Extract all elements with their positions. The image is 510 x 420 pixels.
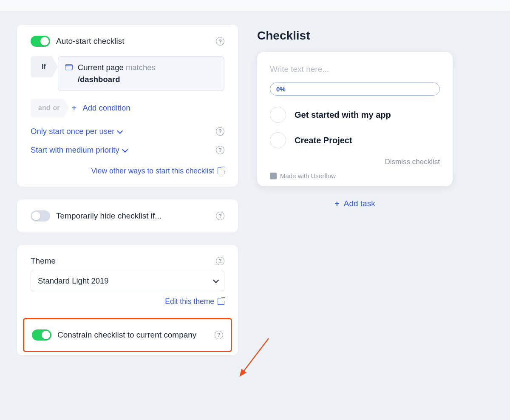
autostart-card: Auto-start checklist ? If Current page m… — [17, 25, 238, 187]
help-icon[interactable]: ? — [215, 331, 223, 339]
once-per-user-dropdown[interactable]: Only start once per user — [31, 127, 216, 136]
constrain-highlight: Constrain checklist to current company ? — [23, 318, 232, 352]
edit-theme-link[interactable]: Edit this theme — [31, 297, 224, 306]
condition-box[interactable]: Current page matches /dashboard — [58, 56, 224, 91]
autostart-toggle[interactable] — [31, 36, 50, 47]
task-label: Get started with my app — [295, 110, 391, 120]
autostart-label: Auto-start checklist — [56, 37, 210, 46]
if-tag: If — [31, 56, 52, 77]
hide-label: Temporarily hide checklist if... — [56, 211, 210, 221]
plus-icon: + — [70, 104, 78, 112]
hide-card: Temporarily hide checklist if... ? — [17, 199, 238, 233]
help-icon[interactable]: ? — [216, 37, 224, 45]
chevron-down-icon — [122, 146, 128, 152]
other-ways-link[interactable]: View other ways to start this checklist — [31, 167, 224, 176]
add-task-button[interactable]: + Add task — [257, 199, 453, 208]
made-with-label: Made with Userflow — [270, 172, 440, 179]
chevron-down-icon — [117, 128, 123, 133]
theme-card: Theme ? Standard Light 2019 Edit this th… — [17, 245, 238, 355]
task-checkbox[interactable] — [270, 107, 286, 123]
theme-select[interactable]: Standard Light 2019 — [31, 271, 224, 291]
add-condition-button[interactable]: + Add condition — [70, 103, 130, 113]
constrain-label: Constrain checklist to current company — [57, 330, 209, 340]
external-link-icon — [218, 298, 224, 305]
constrain-toggle[interactable] — [32, 329, 51, 341]
top-bar — [0, 0, 510, 12]
andor-tag[interactable]: and or — [31, 99, 64, 117]
priority-dropdown[interactable]: Start with medium priority — [31, 145, 216, 155]
progress-bar: 0% — [270, 82, 440, 96]
help-icon[interactable]: ? — [216, 146, 224, 154]
title-placeholder[interactable]: Write text here... — [270, 65, 440, 74]
hide-toggle[interactable] — [31, 210, 50, 221]
chevron-down-icon — [213, 277, 219, 283]
checklist-preview: Write text here... 0% Get started with m… — [257, 52, 453, 186]
preview-title: Checklist — [257, 29, 493, 43]
condition-text: Current page matches /dashboard — [78, 62, 156, 85]
help-icon[interactable]: ? — [216, 257, 224, 265]
task-row[interactable]: Create Project — [270, 132, 440, 148]
theme-title: Theme — [31, 256, 216, 266]
userflow-logo-icon — [270, 173, 277, 179]
task-checkbox[interactable] — [270, 132, 286, 148]
plus-icon: + — [334, 199, 339, 208]
page-icon — [65, 64, 73, 70]
task-row[interactable]: Get started with my app — [270, 107, 440, 123]
task-label: Create Project — [295, 136, 352, 145]
help-icon[interactable]: ? — [216, 212, 224, 220]
external-link-icon — [218, 167, 224, 174]
dismiss-link[interactable]: Dismiss checklist — [270, 158, 440, 166]
help-icon[interactable]: ? — [216, 127, 224, 136]
